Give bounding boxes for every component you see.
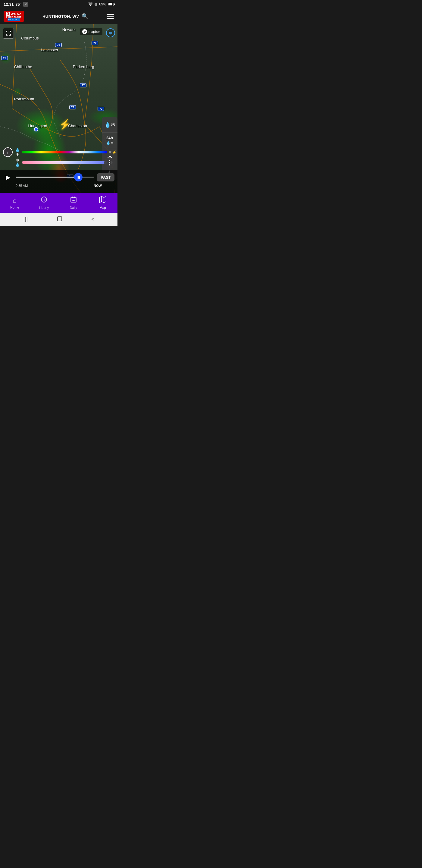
legend-rain-row: i 💧❄ ❄⚡ (3, 147, 115, 157)
bottom-nav: ⌂ Home Hourly Daily (0, 193, 118, 213)
map-label: Map (100, 206, 106, 210)
home-button[interactable] (57, 216, 63, 223)
system-nav: ||| < (0, 213, 118, 226)
home-label: Home (10, 206, 19, 209)
play-button[interactable]: ▶ (3, 173, 13, 182)
expand-button[interactable] (3, 28, 14, 38)
start-time-label: 9:35 AM (16, 184, 28, 187)
more-options-button[interactable] (104, 157, 115, 168)
lightning-bolt: ⚡ (59, 119, 71, 130)
rain-snow-icon: 💧❄ (104, 121, 116, 128)
wsaz-text: WSAZ (10, 12, 21, 16)
status-right: ◎ 69% (88, 2, 114, 7)
hourly-icon (41, 196, 47, 205)
svg-line-5 (0, 47, 118, 51)
timeline-controls: ▶ PAST (3, 173, 115, 182)
mapbox-logo: ⊙ mapbox (80, 28, 102, 35)
snow-legend-icon: ❄⚡ (108, 150, 115, 155)
header-location: HUNTINGTON, WV 🔍 (42, 13, 88, 20)
location-dot (34, 127, 38, 131)
snow-start-icon: ❄💧 (14, 158, 21, 167)
city-newark: Newark (62, 27, 75, 32)
search-icon[interactable]: 🔍 (82, 13, 89, 20)
24h-rain-icon: 💧❄ (106, 141, 113, 145)
svg-line-3 (84, 90, 89, 124)
nav-hourly[interactable]: Hourly (30, 193, 59, 213)
timeline-bar: ▶ PAST 9:35 AM NOW (0, 170, 118, 193)
timeline-thumb[interactable] (74, 173, 83, 181)
past-button[interactable]: PAST (97, 173, 115, 181)
highway-77-mid: 77 (80, 83, 87, 87)
city-charleston: Charleston (68, 124, 87, 128)
nav-map[interactable]: Map (88, 193, 118, 213)
highway-77-lower: 77 (69, 105, 76, 110)
city-chillicothe: Chillicothe (14, 64, 32, 69)
map-icon (99, 196, 106, 205)
status-bar: 12:31 85° ✕ ◎ 69% (0, 0, 118, 8)
legend-snow-row: ❄💧 ❄ (3, 158, 115, 167)
now-label: NOW (94, 184, 102, 187)
three-dots-icon (109, 160, 110, 165)
legend-bar: i 💧❄ ❄⚡ ❄💧 ❄ (0, 146, 118, 169)
back-button[interactable]: < (91, 217, 94, 222)
mapbox-text: mapbox (89, 30, 100, 33)
compass-icon: ⊙ (82, 29, 87, 34)
wsaz-logo: 3 WSAZ FIRST ALERT WEATHER (4, 11, 24, 22)
nav-daily[interactable]: Daily (59, 193, 88, 213)
highway-77-top: 77 (92, 41, 98, 45)
signal-icon: ◎ (95, 2, 98, 6)
first-alert-text: FIRST ALERT (6, 16, 22, 18)
city-columbus: Columbus (21, 36, 39, 40)
timeline-progress (16, 177, 78, 178)
svg-rect-13 (58, 217, 62, 221)
battery-icon (108, 3, 114, 6)
highway-71: 71 (1, 56, 8, 60)
battery-percent: 69% (99, 2, 106, 6)
hourly-label: Hourly (39, 206, 49, 210)
nav-home[interactable]: ⌂ Home (0, 193, 30, 213)
timeline-track[interactable] (16, 177, 94, 178)
recent-apps-button[interactable]: ||| (24, 217, 28, 222)
daily-icon (70, 196, 77, 205)
status-left: 12:31 85° ✕ (4, 2, 28, 7)
rain-gradient (22, 151, 107, 153)
weather-badge: WEATHER (7, 19, 21, 21)
svg-rect-8 (72, 200, 73, 201)
highway-79: 79 (98, 107, 104, 111)
home-icon: ⌂ (13, 196, 17, 204)
location-text: HUNTINGTON, WV (42, 14, 79, 19)
24h-label: 24h (106, 135, 113, 140)
city-parkersburg: Parkersburg (73, 64, 94, 69)
app-header: 3 WSAZ FIRST ALERT WEATHER HUNTINGTON, W… (0, 8, 118, 24)
layer-precipitation-button[interactable]: 💧❄ (102, 117, 118, 133)
channel-number: 3 (6, 12, 10, 16)
gps-button[interactable]: ⊕ (106, 28, 115, 37)
svg-rect-9 (73, 200, 74, 201)
daily-label: Daily (70, 206, 77, 210)
rain-legend-icon: 💧❄ (14, 148, 21, 157)
thumb-lines-icon (77, 176, 80, 179)
temperature-display: 85° (15, 2, 21, 7)
time-display: 12:31 (4, 2, 13, 7)
city-lancaster: Lancaster (41, 48, 59, 52)
svg-rect-10 (74, 200, 75, 201)
timeline-labels: 9:35 AM NOW (3, 184, 115, 187)
map-container[interactable]: Newark Columbus Lancaster Chillicothe Pa… (0, 24, 118, 193)
back-icon: < (91, 217, 94, 222)
notification-icon: ✕ (23, 2, 28, 7)
recent-apps-icon: ||| (24, 217, 28, 222)
menu-icon[interactable] (107, 14, 114, 19)
highway-70: 70 (55, 43, 62, 47)
info-button[interactable]: i (3, 147, 13, 157)
city-portsmouth: Portsmouth (14, 97, 34, 101)
logo-container: 3 WSAZ FIRST ALERT WEATHER (4, 11, 24, 22)
wifi-icon (88, 2, 93, 7)
snow-gradient (22, 161, 107, 164)
home-system-icon (57, 216, 63, 223)
